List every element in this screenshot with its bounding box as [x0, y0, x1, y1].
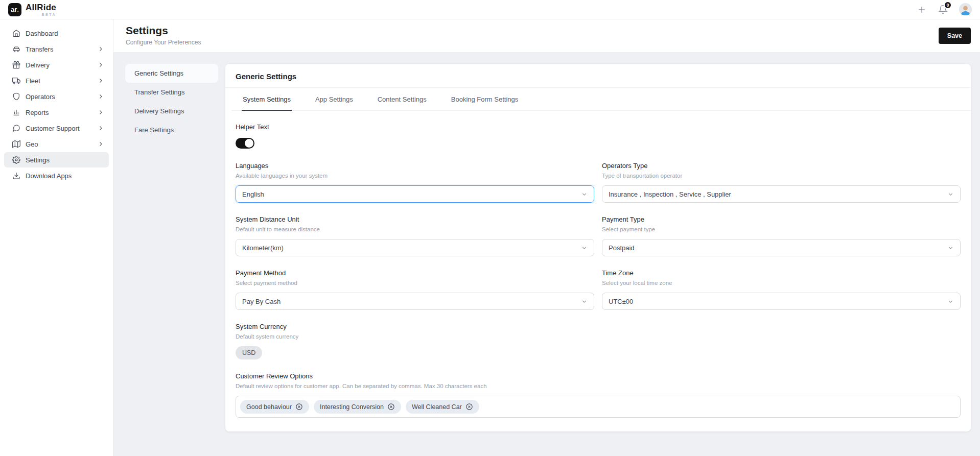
download-icon [12, 172, 20, 180]
helper-text-toggle[interactable] [236, 138, 254, 149]
sidebar-item-transfers[interactable]: Transfers [4, 41, 109, 57]
chevron-down-icon [581, 245, 588, 251]
chevron-right-icon [98, 125, 104, 131]
settings-nav-delivery[interactable]: Delivery Settings [125, 102, 218, 121]
page-header: Settings Configure Your Preferences Save [113, 19, 980, 52]
field-languages: Languages Available languages in your sy… [236, 162, 594, 203]
settings-nav-generic[interactable]: Generic Settings [125, 64, 218, 83]
sidebar-item-delivery[interactable]: Delivery [4, 57, 109, 73]
currency-pill: USD [236, 346, 262, 359]
chevron-right-icon [98, 109, 104, 115]
brand-logo[interactable]: ar. AllRide BETA [8, 3, 56, 16]
map-icon [12, 140, 20, 148]
tab-content-settings[interactable]: Content Settings [377, 88, 428, 111]
home-icon [12, 29, 20, 37]
chip-close-icon[interactable] [295, 403, 303, 411]
add-button[interactable] [917, 5, 927, 15]
page-title: Settings [126, 25, 201, 37]
toggle-knob [245, 139, 253, 148]
chat-icon [12, 124, 20, 132]
sidebar-item-settings[interactable]: Settings [4, 152, 109, 167]
notification-badge: 0 [944, 1, 952, 9]
field-customer-review-options: Customer Review Options Default review o… [236, 372, 961, 418]
shield-icon [12, 92, 20, 101]
field-payment-type: Payment Type Select payment type Postpai… [602, 215, 961, 256]
chevron-down-icon [947, 245, 954, 251]
car-icon [12, 45, 20, 53]
review-chip: Good behaviour [240, 400, 309, 414]
tab-app-settings[interactable]: App Settings [314, 88, 354, 111]
field-system-currency: System Currency Default system currency … [236, 323, 594, 359]
chevron-down-icon [581, 191, 588, 198]
chevron-right-icon [98, 62, 104, 68]
settings-nav-transfer[interactable]: Transfer Settings [125, 83, 218, 102]
panel-title: Generic Settings [236, 72, 961, 81]
gift-icon [12, 61, 20, 69]
chevron-down-icon [947, 298, 954, 305]
payment-method-select[interactable]: Pay By Cash [236, 293, 594, 310]
sidebar-item-customer-support[interactable]: Customer Support [4, 121, 109, 136]
sidebar-item-geo[interactable]: Geo [4, 136, 109, 152]
settings-nav-fare[interactable]: Fare Settings [125, 121, 218, 139]
logo-icon: ar. [8, 3, 21, 16]
bar-chart-icon [12, 108, 20, 116]
truck-icon [12, 77, 20, 85]
settings-panel: Generic Settings System Settings App Set… [225, 64, 971, 431]
field-payment-method: Payment Method Select payment method Pay… [236, 269, 594, 310]
chip-close-icon[interactable] [465, 403, 473, 411]
sidebar-item-fleet[interactable]: Fleet [4, 73, 109, 88]
tab-bar: System Settings App Settings Content Set… [231, 88, 971, 111]
chevron-down-icon [581, 298, 588, 305]
sidebar-item-dashboard[interactable]: Dashboard [4, 26, 109, 41]
payment-type-select[interactable]: Postpaid [602, 239, 961, 256]
field-distance-unit: System Distance Unit Default unit to mea… [236, 215, 594, 256]
chip-close-icon[interactable] [387, 403, 395, 411]
settings-nav: Generic Settings Transfer Settings Deliv… [125, 64, 218, 139]
chevron-right-icon [98, 78, 104, 84]
distance-unit-select[interactable]: Kilometer(km) [236, 239, 594, 256]
gear-icon [12, 156, 20, 164]
brand-beta-label: BETA [41, 13, 56, 16]
topbar: ar. AllRide BETA 0 [0, 0, 980, 19]
notifications-button[interactable]: 0 [938, 5, 948, 14]
sidebar-item-download-apps[interactable]: Download Apps [4, 168, 109, 183]
sidebar: Dashboard Transfers Delivery Fleet Opera… [0, 19, 113, 456]
sidebar-item-reports[interactable]: Reports [4, 105, 109, 120]
field-time-zone: Time Zone Select your local time zone UT… [602, 269, 961, 310]
tab-system-settings[interactable]: System Settings [242, 88, 292, 111]
review-options-input[interactable]: Good behaviour Interesting Conversion We… [236, 396, 961, 418]
chevron-right-icon [98, 141, 104, 147]
helper-text-label: Helper Text [236, 123, 961, 131]
field-operators-type: Operators Type Type of transportation op… [602, 162, 961, 203]
plus-icon [917, 5, 927, 15]
operators-type-select[interactable]: Insurance , Inspection , Service , Suppl… [602, 185, 961, 203]
tab-booking-form-settings[interactable]: Booking Form Settings [450, 88, 520, 111]
page-subtitle: Configure Your Preferences [126, 39, 201, 46]
review-chip: Interesting Conversion [314, 400, 401, 414]
chevron-right-icon [98, 46, 104, 52]
time-zone-select[interactable]: UTC±00 [602, 293, 961, 310]
panel-header: Generic Settings [225, 64, 971, 88]
languages-select[interactable]: English [236, 185, 594, 203]
review-chip: Well Cleaned Car [406, 400, 479, 414]
chevron-right-icon [98, 93, 104, 100]
save-button[interactable]: Save [939, 28, 971, 44]
sidebar-item-operators[interactable]: Operators [4, 89, 109, 104]
brand-name: AllRide [26, 3, 56, 12]
chevron-down-icon [947, 191, 954, 198]
avatar[interactable] [959, 3, 972, 16]
